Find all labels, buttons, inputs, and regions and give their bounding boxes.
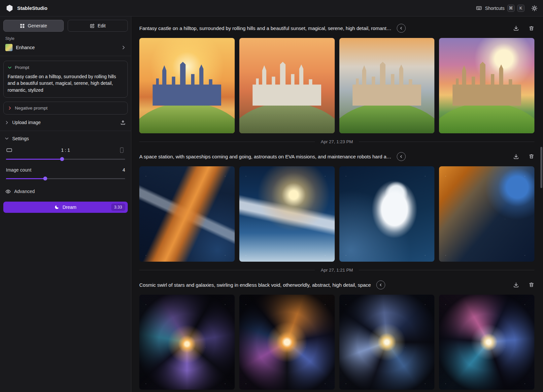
generated-image[interactable]: [239, 38, 335, 133]
app-title: StableStudio: [17, 5, 48, 11]
negative-prompt-label: Negative prompt: [15, 106, 48, 111]
reuse-prompt-button[interactable]: [376, 280, 385, 289]
style-label: Style: [5, 36, 126, 41]
negative-prompt-header[interactable]: Negative prompt: [8, 106, 123, 111]
generation-feed: Fantasy castle on a hilltop, surrounded …: [131, 16, 543, 392]
generated-image[interactable]: [339, 295, 435, 390]
group-prompt: Cosmic swirl of stars and galaxies, swir…: [139, 282, 371, 288]
generated-image[interactable]: [439, 295, 534, 390]
chevron-right-icon: [121, 45, 126, 50]
topbar: StableStudio Shortcuts ⌘ K: [0, 0, 543, 16]
trash-icon: [528, 282, 534, 288]
divider: [0, 56, 131, 56]
style-selector[interactable]: Enhance: [5, 44, 126, 51]
group-timestamp: Apr 27, 1:21 PM: [321, 268, 353, 273]
dream-button[interactable]: Dream 3.33: [3, 202, 128, 213]
chevron-down-icon: [8, 65, 12, 70]
tab-edit[interactable]: Edit: [68, 20, 128, 32]
chevron-right-icon: [8, 106, 12, 110]
generated-image[interactable]: [239, 166, 335, 262]
download-group-button[interactable]: [513, 25, 519, 31]
negative-prompt-panel[interactable]: Negative prompt: [3, 102, 128, 114]
generated-image[interactable]: [139, 295, 235, 390]
dream-credits-badge: 3.33: [111, 204, 125, 211]
download-group-button[interactable]: [513, 282, 519, 288]
grid-icon: [20, 23, 25, 28]
delete-group-button[interactable]: [528, 153, 534, 160]
shortcuts-label: Shortcuts: [485, 6, 504, 11]
generated-image[interactable]: [439, 166, 534, 262]
generated-image[interactable]: [139, 38, 235, 133]
aspect-ratio-slider[interactable]: [6, 157, 125, 161]
trash-icon: [528, 25, 534, 31]
keyboard-icon: [476, 5, 482, 11]
sidebar: Generate Edit Style Enhance: [0, 16, 131, 392]
tab-generate[interactable]: Generate: [3, 20, 64, 32]
crescent-moon-icon: [54, 205, 59, 210]
generated-image[interactable]: [339, 166, 435, 262]
trash-icon: [528, 153, 534, 159]
prompt-header[interactable]: Prompt: [8, 65, 123, 70]
app-logo-icon: [5, 4, 14, 13]
generated-image[interactable]: [439, 38, 534, 133]
advanced-label: Advanced: [14, 189, 35, 194]
settings-button[interactable]: [531, 5, 538, 12]
upload-icon: [120, 120, 126, 125]
timestamp-divider: Apr 27, 1:23 PM: [139, 139, 534, 144]
delete-group-button[interactable]: [528, 25, 534, 31]
download-group-button[interactable]: [513, 153, 519, 160]
image-grid: [139, 295, 534, 390]
download-icon: [513, 153, 519, 160]
slider-fill: [6, 178, 45, 179]
tab-generate-label: Generate: [28, 23, 47, 28]
image-count-slider[interactable]: [6, 176, 125, 181]
reuse-prompt-button[interactable]: [397, 24, 406, 33]
prompt-input[interactable]: Fantasy castle on a hilltop, surrounded …: [8, 73, 123, 93]
chevron-right-icon: [5, 120, 9, 125]
generation-group: Fantasy castle on a hilltop, surrounded …: [139, 24, 534, 144]
settings-header[interactable]: Settings: [3, 131, 128, 143]
generated-image[interactable]: [239, 295, 335, 390]
generation-group: Cosmic swirl of stars and galaxies, swir…: [139, 280, 534, 390]
style-section: Style Enhance: [3, 32, 128, 56]
delete-group-button[interactable]: [528, 282, 534, 288]
image-count-value: 4: [122, 167, 125, 173]
divider-line: [139, 142, 315, 142]
image-count-label: Image count: [6, 167, 31, 173]
aspect-ratio-control: 1 : 1: [3, 143, 128, 161]
prompt-panel: Prompt Fantasy castle on a hilltop, surr…: [3, 61, 128, 98]
slider-thumb[interactable]: [43, 177, 47, 180]
upload-image-row[interactable]: Upload image: [3, 114, 128, 131]
style-value: Enhance: [16, 45, 35, 50]
image-count-control: Image count 4: [3, 161, 128, 181]
timestamp-divider: Apr 27, 1:21 PM: [139, 268, 534, 273]
group-prompt: A space station, with spaceships coming …: [139, 154, 391, 159]
image-grid: [139, 166, 534, 262]
generation-group: A space station, with spaceships coming …: [139, 152, 534, 273]
mode-tabs: Generate Edit: [3, 20, 128, 32]
image-grid: [139, 38, 534, 133]
advanced-toggle[interactable]: Advanced: [3, 181, 128, 194]
dream-button-label: Dream: [62, 205, 76, 210]
key-cmd: ⌘: [507, 5, 515, 12]
key-k: K: [517, 5, 525, 12]
arrow-left-circle-icon: [379, 283, 383, 287]
eye-icon: [5, 189, 11, 194]
generated-image[interactable]: [339, 38, 435, 133]
pencil-square-icon: [90, 23, 95, 28]
scrollbar-thumb[interactable]: [540, 147, 542, 188]
style-thumbnail: [5, 44, 13, 51]
divider-line: [359, 270, 534, 270]
divider-line: [139, 270, 315, 270]
tab-edit-label: Edit: [98, 23, 106, 28]
slider-thumb[interactable]: [60, 157, 64, 161]
prompt-label: Prompt: [15, 65, 29, 70]
generated-image[interactable]: [139, 166, 235, 262]
reuse-prompt-button[interactable]: [397, 152, 406, 161]
group-timestamp: Apr 27, 1:23 PM: [321, 139, 353, 144]
arrow-left-circle-icon: [399, 26, 403, 30]
upload-image-label: Upload image: [12, 120, 41, 125]
group-prompt: Fantasy castle on a hilltop, surrounded …: [139, 25, 391, 31]
download-icon: [513, 282, 519, 288]
shortcuts-button[interactable]: Shortcuts ⌘ K: [476, 5, 525, 12]
